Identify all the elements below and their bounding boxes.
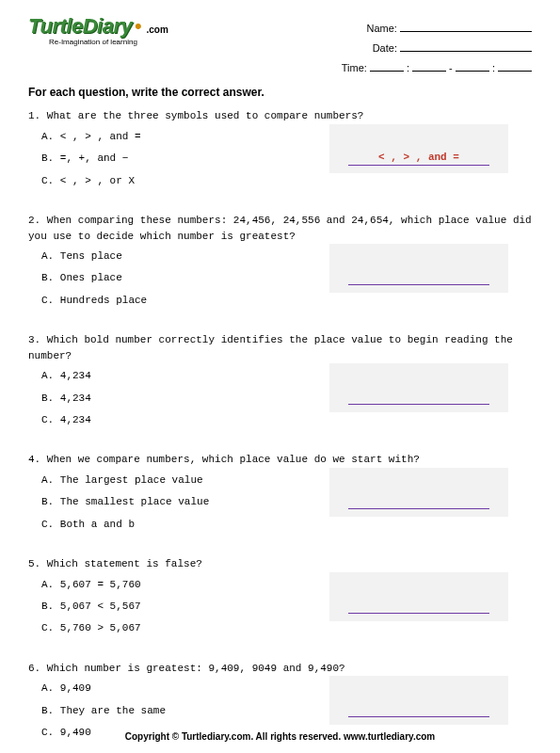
option: B. =, +, and −: [41, 152, 320, 166]
logo-suffix: .com: [146, 24, 168, 35]
option: A. Tens place: [41, 249, 320, 264]
answer-line: < , > , and =: [348, 152, 489, 166]
option: B. They are the same: [41, 704, 320, 718]
answer-line: [348, 506, 489, 509]
logo: TurtleDiary•.com Re-Imagination of learn…: [28, 14, 168, 46]
student-fields: Name: Date: Time: : - :: [342, 14, 532, 78]
question: 2. When comparing these numbers: 24,456,…: [28, 213, 532, 315]
option: B. 4,234: [41, 392, 320, 406]
question: 4. When we compare numbers, which place …: [28, 452, 532, 539]
answer-line: [348, 611, 489, 614]
option: C. Both a and b: [41, 518, 320, 532]
options-list: A. Tens placeB. Ones placeC. Hundreds pl…: [28, 249, 320, 315]
option: C. Hundreds place: [41, 294, 320, 308]
time-blank[interactable]: [498, 71, 532, 72]
name-blank[interactable]: [400, 31, 532, 32]
question: 5. Which statement is false?A. 5,607 = 5…: [28, 556, 532, 644]
question-text: 1. What are the three symbols used to co…: [28, 108, 532, 124]
logo-tagline: Re-Imagination of learning: [49, 38, 168, 46]
answer-box[interactable]: [329, 363, 508, 412]
options-list: A. The largest place valueB. The smalles…: [28, 473, 320, 539]
option: B. 5,067 < 5,567: [41, 600, 320, 614]
option: A. < , > , and =: [41, 130, 320, 144]
option: B. The smallest place value: [41, 495, 320, 509]
time-blank[interactable]: [456, 71, 489, 72]
options-list: A. 4,234B. 4,234C. 4,234: [28, 369, 320, 435]
instruction-text: For each question, write the correct ans…: [28, 86, 532, 99]
questions-container: 1. What are the three symbols used to co…: [28, 108, 532, 747]
answer-box[interactable]: [329, 244, 508, 293]
answer-box[interactable]: [329, 572, 508, 621]
question: 3. Which bold number correctly identifie…: [28, 332, 532, 435]
option: A. 5,607 = 5,760: [41, 578, 320, 592]
time-blank[interactable]: [370, 71, 404, 72]
option: B. Ones place: [41, 271, 320, 285]
option: C. 4,234: [41, 413, 320, 427]
date-blank[interactable]: [400, 51, 532, 52]
question-text: 4. When we compare numbers, which place …: [28, 452, 532, 468]
footer-copyright: Copyright © Turtlediary.com. All rights …: [0, 731, 560, 742]
answer-line: [348, 282, 489, 285]
answer-text: < , > , and =: [378, 152, 459, 163]
answer-line: [348, 402, 489, 405]
answer-box[interactable]: [329, 676, 508, 725]
answer-box[interactable]: < , > , and =: [329, 124, 508, 173]
question-text: 5. Which statement is false?: [28, 556, 532, 572]
logo-brand: TurtleDiary: [28, 14, 132, 39]
question-text: 2. When comparing these numbers: 24,456,…: [28, 213, 532, 244]
options-list: A. < , > , and =B. =, +, and −C. < , > ,…: [28, 130, 320, 196]
option: C. < , > , or X: [41, 174, 320, 188]
question-text: 3. Which bold number correctly identifie…: [28, 332, 532, 363]
options-list: A. 5,607 = 5,760B. 5,067 < 5,567C. 5,760…: [28, 578, 320, 644]
question-text: 6. Which number is greatest: 9,409, 9049…: [28, 661, 532, 677]
answer-line: [348, 714, 489, 717]
option: A. 4,234: [41, 369, 320, 383]
option: A. 9,409: [41, 681, 320, 696]
name-label: Name:: [367, 23, 397, 34]
answer-box[interactable]: [329, 468, 508, 517]
date-label: Date:: [373, 42, 397, 54]
time-label: Time:: [342, 62, 367, 73]
option: C. 5,760 > 5,067: [41, 621, 320, 635]
time-blank[interactable]: [412, 71, 446, 72]
option: A. The largest place value: [41, 473, 320, 488]
worksheet-header: TurtleDiary•.com Re-Imagination of learn…: [28, 14, 532, 78]
question: 1. What are the three symbols used to co…: [28, 108, 532, 196]
